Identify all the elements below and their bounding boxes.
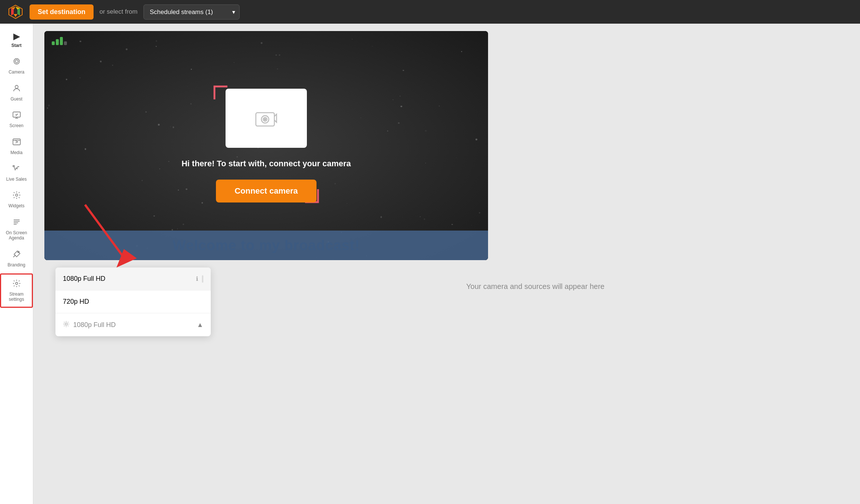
preview-area: Hi there! To start with, connect your ca… (33, 24, 860, 260)
sidebar-item-widgets[interactable]: Widgets (0, 186, 33, 213)
sidebar-item-start[interactable]: ▶ Start (0, 27, 33, 52)
resolution-dropdown-panel: 1080p Full HD ℹ 720p HD (55, 268, 211, 336)
sources-placeholder: Your camera and sources will appear here (222, 268, 849, 291)
live-sales-icon (12, 164, 21, 175)
svg-marker-5 (14, 14, 17, 17)
topbar: Set destination or select from Scheduled… (0, 0, 860, 24)
svg-point-25 (264, 119, 266, 120)
svg-rect-12 (13, 139, 20, 145)
banner-text: Welcome to my broadcast! (173, 238, 360, 253)
scheduled-streams-select[interactable]: Scheduled streams (1) (143, 4, 240, 20)
sidebar-item-on-screen-agenda[interactable]: On Screen Agenda (0, 213, 33, 245)
scrollbar-handle (202, 275, 203, 283)
guest-icon (12, 84, 21, 95)
resolution-label-720p: 720p HD (63, 298, 89, 306)
scheduled-streams-wrapper: Scheduled streams (1) ▾ (143, 4, 240, 20)
bottom-section: 1080p Full HD ℹ 720p HD (33, 260, 860, 344)
resolution-info-right: ℹ (196, 275, 203, 283)
sidebar-label-branding: Branding (7, 262, 25, 268)
resolution-gear-label: 1080p Full HD (73, 321, 116, 329)
svg-point-21 (16, 282, 18, 285)
sidebar-label-camera: Camera (9, 69, 24, 75)
sidebar-label-start: Start (11, 43, 21, 48)
topbar-or-text: or select from (99, 8, 138, 16)
branding-icon (12, 250, 21, 261)
resolution-label-1080p: 1080p Full HD (63, 275, 105, 283)
camera-placeholder-card (226, 89, 307, 148)
svg-point-8 (15, 85, 18, 88)
resolution-option-1080p-fullhd[interactable]: 1080p Full HD ℹ (55, 268, 211, 290)
sidebar-item-screen[interactable]: Screen (0, 106, 33, 133)
resolution-option-1080p-gear[interactable]: 1080p Full HD ▲ (55, 313, 211, 336)
sidebar-item-branding[interactable]: Branding (0, 245, 33, 272)
sidebar-label-agenda: On Screen Agenda (3, 230, 30, 241)
widgets-icon (12, 191, 21, 202)
sidebar-item-stream-settings[interactable]: Stream settings (0, 273, 33, 308)
sidebar-item-camera[interactable]: Camera (0, 52, 33, 79)
resolution-option-720p[interactable]: 720p HD (55, 290, 211, 313)
preview-banner: Welcome to my broadcast! (44, 231, 488, 260)
main-content: Hi there! To start with, connect your ca… (33, 24, 860, 504)
svg-point-15 (16, 194, 18, 196)
svg-point-7 (14, 59, 19, 64)
chevron-up-icon[interactable]: ▲ (197, 321, 203, 329)
signal-bar-4 (64, 41, 67, 45)
agenda-icon (12, 218, 21, 229)
sidebar: ▶ Start Camera Guest (0, 24, 33, 504)
signal-bar-1 (52, 41, 55, 45)
sidebar-label-widgets: Widgets (9, 203, 24, 208)
svg-rect-14 (13, 166, 14, 167)
signal-bar-2 (56, 39, 59, 45)
sources-placeholder-text: Your camera and sources will appear here (466, 282, 605, 291)
sidebar-label-guest: Guest (10, 96, 22, 102)
info-icon[interactable]: ℹ (196, 275, 198, 282)
main-layout: ▶ Start Camera Guest (0, 24, 860, 504)
preview-container: Hi there! To start with, connect your ca… (44, 31, 488, 260)
gear-icon (63, 321, 70, 329)
sidebar-label-stream-settings: Stream settings (4, 292, 29, 302)
set-destination-button[interactable]: Set destination (30, 4, 94, 20)
connect-camera-button[interactable]: Connect camera (216, 180, 316, 202)
sidebar-item-live-sales[interactable]: Live Sales (0, 160, 33, 186)
corner-bracket-tl (213, 85, 227, 101)
camera-icon (12, 57, 21, 68)
sidebar-item-media[interactable]: Media (0, 133, 33, 160)
svg-point-28 (65, 323, 67, 325)
svg-point-6 (15, 60, 18, 63)
screen-icon (12, 110, 21, 122)
sidebar-label-media: Media (10, 150, 23, 155)
signal-bar-3 (60, 37, 63, 45)
app-logo (7, 4, 24, 20)
stream-settings-icon (12, 279, 21, 290)
preview-prompt-text: Hi there! To start with, connect your ca… (182, 159, 351, 168)
gear-label-wrapper: 1080p Full HD (63, 321, 116, 329)
sidebar-item-guest[interactable]: Guest (0, 79, 33, 106)
play-icon: ▶ (13, 32, 20, 41)
sidebar-label-live-sales: Live Sales (6, 177, 27, 182)
media-icon (12, 137, 21, 149)
signal-bars (52, 37, 67, 45)
sidebar-label-screen: Screen (9, 123, 23, 128)
